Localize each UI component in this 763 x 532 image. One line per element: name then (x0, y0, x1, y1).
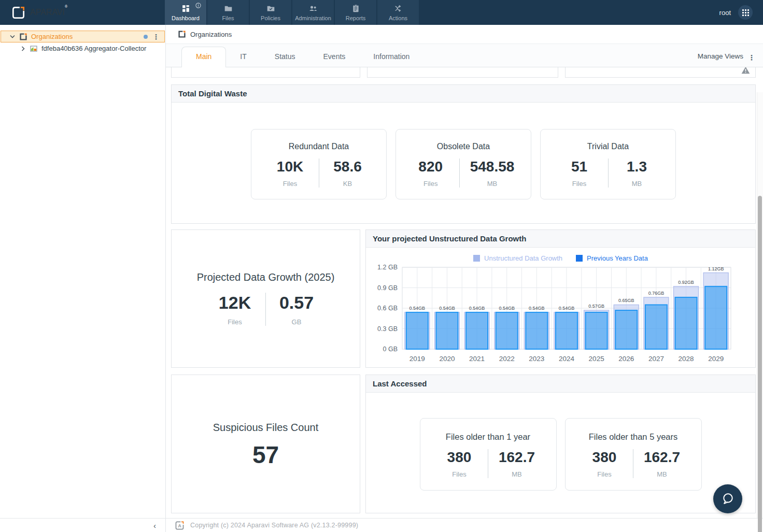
total-digital-waste-panel: Total Digital Waste Redundant Data 10KFi… (171, 84, 756, 224)
nav-tab-actions[interactable]: Actions (377, 0, 419, 25)
bar-value-label: 0.54GB (559, 306, 575, 311)
growth-chart-svg: 0 GB0.3 GB0.6 GB0.9 GB1.2 GB0.54GB20190.… (368, 263, 743, 369)
tab-information[interactable]: Information (359, 47, 423, 67)
nav-tab-label: Reports (346, 15, 366, 21)
redundant-data-card: Redundant Data 10KFiles 58.6KB (251, 129, 387, 199)
tree-item-organizations[interactable]: Organizations ⋮ (1, 31, 165, 42)
size-value: 0.57 (278, 293, 315, 313)
tree-item-aggregator-collector[interactable]: fdfeba40b636 Aggregator-Collector (0, 42, 165, 54)
breadcrumb: Organizations (166, 25, 763, 44)
nav-tab-label: Policies (261, 15, 280, 21)
bar-previous-2024[interactable] (556, 312, 577, 349)
unstructured-growth-panel: Your projected Unstructured Data Growth … (365, 229, 756, 368)
nav-tab-policies[interactable]: Policies (250, 0, 291, 25)
help-chat-button[interactable] (713, 484, 742, 513)
policies-folder-check-icon (266, 4, 275, 13)
divider (265, 293, 266, 326)
clipped-card (171, 67, 360, 78)
views-kebab-menu-icon[interactable]: ⋮ (748, 54, 755, 61)
nav-tab-label: Files (222, 15, 234, 21)
org-tree: Organizations ⋮ fdfeba40b636 Aggregator-… (0, 25, 165, 518)
apps-grid-button[interactable] (738, 5, 753, 20)
bar-value-label: 0.54GB (409, 306, 426, 311)
legend-item-growth[interactable]: Unstructured Data Growth (473, 254, 562, 262)
x-axis-label: 2020 (439, 355, 455, 363)
card-title: Suspicious Files Count (213, 422, 318, 434)
apps-grid-icon (742, 9, 749, 16)
bar-value-label: 0.54GB (439, 306, 455, 311)
registered-mark: ® (65, 5, 67, 8)
user-menu[interactable]: root (719, 9, 731, 17)
top-navigation-bar: APARAVI® Dashboard Files Policies Admini… (0, 0, 763, 25)
chat-bubble-icon (720, 491, 736, 507)
scrollbar-thumb[interactable] (758, 196, 762, 532)
x-axis-label: 2029 (708, 355, 724, 363)
sidebar-footer: ‹ (0, 518, 165, 532)
tree-kebab-menu-icon[interactable]: ⋮ (152, 33, 160, 40)
legend-item-previous[interactable]: Previous Years Data (576, 254, 648, 262)
tab-status[interactable]: Status (261, 47, 309, 67)
chevron-right-icon[interactable] (16, 46, 30, 51)
sidebar: Organizations ⋮ fdfeba40b636 Aggregator-… (0, 25, 166, 532)
chevron-down-icon[interactable] (6, 35, 19, 38)
bar-previous-2022[interactable] (496, 312, 518, 349)
x-axis-label: 2023 (529, 355, 544, 363)
files-count: 10K (272, 159, 308, 175)
bar-value-label: 0.57GB (588, 304, 604, 309)
bar-value-label: 0.54GB (529, 306, 545, 311)
svg-text:1.2 GB: 1.2 GB (377, 264, 398, 271)
nav-tab-dashboard[interactable]: Dashboard (165, 0, 206, 25)
x-axis-label: 2024 (559, 355, 575, 363)
x-axis-label: 2022 (499, 355, 515, 363)
brand-name: APARAVI® (30, 8, 67, 17)
reports-clipboard-icon (351, 4, 360, 13)
breadcrumb-label[interactable]: Organizations (190, 31, 232, 38)
nav-tab-administration[interactable]: Administration (292, 0, 334, 25)
legend-swatch (576, 255, 583, 262)
nav-tab-label: Actions (389, 15, 407, 21)
bar-previous-2020[interactable] (436, 312, 458, 349)
bar-previous-2028[interactable] (675, 297, 697, 349)
bar-previous-2029[interactable] (705, 286, 727, 349)
x-axis-label: 2019 (409, 355, 425, 363)
size-value: 58.6 (330, 159, 366, 175)
bar-previous-2025[interactable] (586, 312, 607, 349)
x-axis-label: 2028 (679, 355, 694, 363)
brand: APARAVI® (0, 0, 165, 25)
collapse-sidebar-icon[interactable]: ‹ (153, 522, 156, 529)
section-title: Total Digital Waste (172, 85, 755, 103)
nav-tab-label: Administration (295, 15, 331, 21)
nav-tab-files[interactable]: Files (207, 0, 249, 25)
bar-previous-2023[interactable] (526, 312, 547, 349)
x-axis-label: 2026 (618, 355, 634, 363)
tab-events[interactable]: Events (309, 47, 360, 67)
files-count: 51 (561, 159, 598, 175)
bar-previous-2019[interactable] (406, 312, 428, 349)
tab-it[interactable]: IT (226, 47, 260, 67)
older-than-5-years-card: Files older than 5 years 380Files 162.7M… (565, 418, 702, 491)
trivial-data-card: Trivial Data 51Files 1.3MB (540, 129, 676, 199)
svg-text:0.9 GB: 0.9 GB (377, 284, 398, 292)
tree-item-label: fdfeba40b636 Aggregator-Collector (41, 45, 146, 52)
files-folder-icon (224, 4, 233, 13)
legend-swatch (473, 255, 480, 262)
bar-previous-2027[interactable] (645, 305, 667, 349)
bar-previous-2021[interactable] (466, 312, 488, 349)
divider (319, 159, 319, 188)
files-count: 12K (217, 293, 253, 313)
copyright-text: Copyright (c) 2024 Aparavi Software AG (… (190, 522, 358, 529)
dashboard-content: Total Digital Waste Redundant Data 10KFi… (166, 67, 763, 518)
bar-value-label: 0.92GB (678, 280, 694, 285)
nav-tab-reports[interactable]: Reports (335, 0, 376, 25)
nav-tab-label: Dashboard (172, 15, 200, 21)
suspicious-files-panel: Suspicious Files Count 57 (171, 375, 360, 513)
chart-legend: Unstructured Data GrowthPrevious Years D… (366, 248, 755, 263)
files-count: 380 (441, 449, 477, 466)
warning-icon (741, 67, 750, 74)
bar-previous-2026[interactable] (615, 310, 637, 349)
manage-views-button[interactable]: Manage Views (698, 52, 743, 60)
tab-main[interactable]: Main (181, 47, 226, 67)
size-value: 548.58 (470, 159, 515, 175)
scrollbar-track (757, 92, 763, 518)
size-value: 162.7 (644, 449, 680, 466)
